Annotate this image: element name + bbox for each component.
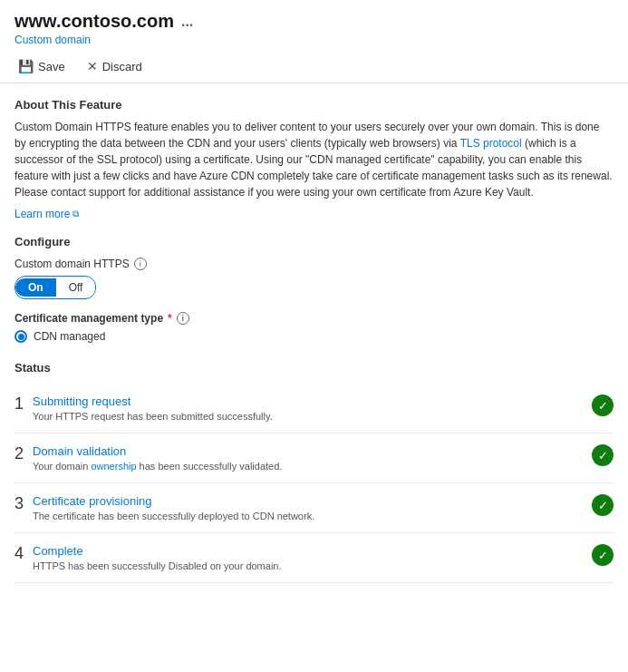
- save-label: Save: [38, 60, 65, 73]
- cert-label-text: Certificate management type: [14, 312, 163, 325]
- configure-title: Configure: [14, 235, 614, 248]
- status-section: Status 1 Submitting request Your HTTPS r…: [14, 361, 614, 583]
- ownership-link[interactable]: ownership: [91, 461, 136, 472]
- more-options-icon[interactable]: ...: [181, 14, 193, 30]
- header: www.contoso.com ... Custom domain: [0, 0, 628, 50]
- page-title: www.contoso.com ...: [14, 11, 614, 32]
- desc2-before: Your domain: [33, 461, 91, 472]
- status-item-desc-1: Your HTTPS request has been submitted su…: [33, 411, 592, 422]
- status-item-1: 1 Submitting request Your HTTPS request …: [14, 384, 614, 433]
- toggle-on-option[interactable]: On: [15, 278, 56, 297]
- https-label-text: Custom domain HTTPS: [14, 258, 130, 270]
- status-item-3: 3 Certificate provisioning The certifica…: [14, 483, 614, 533]
- status-number-4: 4: [14, 544, 33, 564]
- status-check-1: ✓: [592, 394, 614, 416]
- status-item-title-4: Complete: [33, 544, 592, 558]
- about-title: About This Feature: [14, 98, 614, 112]
- about-description: Custom Domain HTTPS feature enables you …: [14, 119, 614, 200]
- cert-management-label: Certificate management type * i: [14, 312, 614, 325]
- check-circle-1: ✓: [592, 394, 614, 416]
- about-section: About This Feature Custom Domain HTTPS f…: [14, 98, 614, 220]
- status-row-4: 4 Complete HTTPS has been successfully D…: [14, 544, 614, 571]
- status-item-title-2: Domain validation: [33, 444, 592, 458]
- status-title: Status: [14, 361, 614, 375]
- discard-label: Discard: [102, 60, 142, 73]
- status-item-4: 4 Complete HTTPS has been successfully D…: [14, 533, 614, 583]
- discard-button[interactable]: ✕ Discard: [83, 57, 146, 75]
- status-item-desc-4: HTTPS has been successfully Disabled on …: [33, 560, 592, 571]
- status-check-4: ✓: [592, 544, 614, 566]
- status-row-3: 3 Certificate provisioning The certifica…: [14, 494, 614, 521]
- toolbar: 💾 Save ✕ Discard: [0, 50, 628, 83]
- radio-button[interactable]: [14, 330, 27, 343]
- save-icon: 💾: [18, 59, 34, 73]
- on-off-toggle[interactable]: On Off: [14, 276, 96, 299]
- desc2-after: has been successfully validated.: [137, 461, 283, 472]
- check-circle-2: ✓: [592, 444, 614, 466]
- tls-link[interactable]: TLS protocol: [460, 137, 522, 150]
- cdn-managed-option[interactable]: CDN managed: [14, 330, 614, 343]
- learn-more-row: Learn more ⧉: [14, 208, 614, 220]
- status-number-2: 2: [14, 444, 33, 464]
- https-field-label: Custom domain HTTPS i: [14, 258, 614, 270]
- status-row-2: 2 Domain validation Your domain ownershi…: [14, 444, 614, 472]
- status-content-2: Domain validation Your domain ownership …: [33, 444, 592, 472]
- configure-section: Configure Custom domain HTTPS i On Off C…: [14, 235, 614, 343]
- status-content-1: Submitting request Your HTTPS request ha…: [33, 394, 592, 422]
- radio-selected-indicator: [18, 334, 24, 340]
- status-number-3: 3: [14, 494, 33, 514]
- breadcrumb: Custom domain: [14, 34, 614, 46]
- check-circle-3: ✓: [592, 494, 614, 516]
- https-info-icon[interactable]: i: [134, 258, 147, 270]
- status-item-title-3: Certificate provisioning: [33, 494, 592, 508]
- status-item-desc-2: Your domain ownership has been successfu…: [33, 461, 592, 472]
- close-icon: ✕: [87, 59, 98, 73]
- save-button[interactable]: 💾 Save: [14, 57, 69, 75]
- cdn-managed-label: CDN managed: [34, 330, 105, 343]
- status-row-1: 1 Submitting request Your HTTPS request …: [14, 394, 614, 422]
- status-content-4: Complete HTTPS has been successfully Dis…: [33, 544, 592, 571]
- status-content-3: Certificate provisioning The certificate…: [33, 494, 592, 521]
- toggle-off-option[interactable]: Off: [56, 278, 96, 297]
- status-check-2: ✓: [592, 444, 614, 466]
- check-circle-4: ✓: [592, 544, 614, 566]
- external-link-icon: ⧉: [72, 209, 79, 219]
- status-number-1: 1: [14, 394, 33, 414]
- cert-info-icon[interactable]: i: [177, 312, 189, 325]
- main-content: About This Feature Custom Domain HTTPS f…: [0, 83, 628, 598]
- status-item-title-1: Submitting request: [33, 394, 592, 408]
- learn-more-link[interactable]: Learn more: [14, 208, 70, 220]
- required-star: *: [168, 312, 172, 325]
- status-item-2: 2 Domain validation Your domain ownershi…: [14, 433, 614, 483]
- status-item-desc-3: The certificate has been successfully de…: [33, 511, 592, 521]
- status-check-3: ✓: [592, 494, 614, 516]
- toggle-container: On Off: [14, 276, 614, 299]
- domain-title: www.contoso.com: [14, 11, 174, 32]
